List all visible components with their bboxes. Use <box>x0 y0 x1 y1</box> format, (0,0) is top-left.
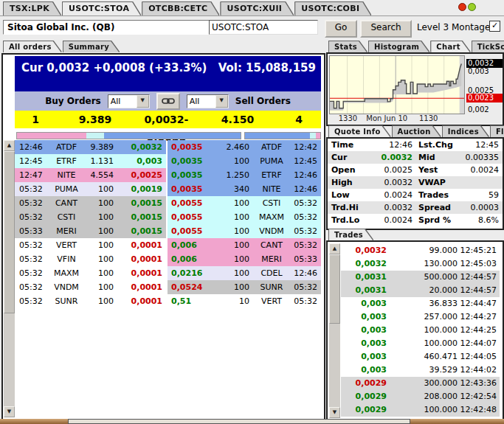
search-button[interactable]: Search <box>360 20 412 38</box>
chevron-down-icon[interactable]: ▼ <box>215 95 228 108</box>
quote-label: Lst.Chg <box>412 139 457 151</box>
bid-row[interactable]: 05:33MERI1000,0015 <box>15 224 166 238</box>
montage-tab-strip: All ordersSummary <box>4 41 119 52</box>
bid-row[interactable]: 12:46ATDF9.3890,0032 <box>15 140 166 154</box>
bid-row[interactable]: 05:32PUMA1000,0019 <box>15 182 166 196</box>
sell-orders-label: Sell Orders <box>235 96 291 106</box>
tab-label: TickScope <box>477 43 504 51</box>
red-status-dot[interactable] <box>458 3 466 11</box>
ask-time: 12:46 <box>288 168 321 182</box>
horizontal-scroll-thumb[interactable] <box>68 419 410 424</box>
ask-row[interactable]: 0,0055100MAXM05:32 <box>168 210 321 224</box>
go-button[interactable]: Go <box>325 20 357 38</box>
sell-filter-dropdown[interactable]: All ▼ <box>187 94 229 108</box>
green-status-dot[interactable] <box>468 3 476 11</box>
tab-usotc-cobi[interactable]: USOTC:COBI <box>295 2 370 15</box>
tab-summary[interactable]: Summary <box>63 41 119 52</box>
trade-row[interactable]: 0,003100.00012:44:07 <box>341 337 500 350</box>
chevron-down-icon[interactable]: ▼ <box>137 95 149 108</box>
trade-row[interactable]: 0,00336.83312:44:47 <box>341 297 500 310</box>
tab-chart[interactable]: Chart <box>431 41 469 52</box>
ask-row[interactable]: 0,00351.250ETRF12:46 <box>168 168 321 182</box>
bid-size: 9.389 <box>84 140 120 154</box>
trade-row[interactable]: 0,0029300.00012:43:36 <box>341 377 500 390</box>
bid-mm: CANT <box>49 196 84 210</box>
trade-row[interactable]: 0,00339.52912:44:02 <box>341 364 500 377</box>
tab-histogram[interactable]: Histogram <box>369 41 429 52</box>
trade-row[interactable]: 0,003460.47112:44:05 <box>341 350 500 364</box>
bid-row[interactable]: 05:32MAXM1000,0001 <box>15 266 166 280</box>
montage-scrollbar[interactable]: ▲ ▼ <box>4 140 15 417</box>
ask-row[interactable]: 0,0035100PUMA12:45 <box>168 154 321 168</box>
tab-tickscope[interactable]: TickScope <box>472 41 504 52</box>
scroll-down-icon[interactable]: ▼ <box>329 407 340 418</box>
montage-scroll-thumb[interactable] <box>4 151 15 313</box>
trade-time: 12:44:02 <box>458 364 500 377</box>
trade-row[interactable]: 0,0032130.00012:45:03 <box>341 257 500 271</box>
tab-usotc-stoa[interactable]: USOTC:STOA <box>63 2 140 15</box>
ask-row[interactable]: 0,0524100SUNR05:32 <box>168 280 321 294</box>
bid-price: 0,0019 <box>120 182 166 196</box>
tab-tsx-lpk[interactable]: TSX:LPK <box>4 2 61 15</box>
trade-row[interactable]: 0,0029100.00012:42:48 <box>341 403 500 417</box>
tab-auction[interactable]: Auction <box>393 126 441 137</box>
bid-size: 100 <box>84 280 120 294</box>
ask-row[interactable]: 0,006100CANT05:32 <box>168 238 321 252</box>
bid-size: 100 <box>84 224 120 238</box>
trade-row[interactable]: 0,003100.00012:44:25 <box>341 324 500 337</box>
bid-row[interactable]: 05:32VFIN1000,0001 <box>15 252 166 266</box>
link-sides-button[interactable] <box>156 93 180 110</box>
ask-row[interactable]: 0,0216100CDEL12:46 <box>168 266 321 280</box>
volume-text: Vol: 15,088,159 <box>218 61 316 74</box>
level3-montage-checkbox[interactable]: ✓ <box>489 21 500 32</box>
bid-size: 100 <box>84 238 120 252</box>
tab-all-orders[interactable]: All orders <box>4 41 61 52</box>
trade-row[interactable]: 0,003120.00012:44:57 <box>341 284 500 297</box>
trade-price: 0,0031 <box>341 284 387 297</box>
trade-row[interactable]: 0,0029208.00012:42:54 <box>341 390 500 403</box>
tab-stats[interactable]: Stats <box>329 41 367 52</box>
ask-row[interactable]: 0,0035340NITE12:46 <box>168 182 321 196</box>
trades-scroll-thumb[interactable] <box>329 254 340 324</box>
bid-price: 0,0015 <box>120 210 166 224</box>
tab-indices[interactable]: Indices <box>443 126 489 137</box>
depth-segment <box>17 133 86 139</box>
ask-row[interactable]: 0,0055100VNDM05:32 <box>168 224 321 238</box>
depth-bar-right <box>244 132 321 139</box>
bid-time: 12:46 <box>15 140 49 154</box>
trade-row[interactable]: 0,003257.00012:44:27 <box>341 310 500 324</box>
bid-row[interactable]: 05:32VNDM1000,0001 <box>15 280 166 294</box>
bid-row[interactable]: 05:32CANT1000,0015 <box>15 196 166 210</box>
trade-time: 12:42:48 <box>458 403 500 417</box>
scroll-down-icon[interactable]: ▼ <box>4 406 15 417</box>
scroll-up-icon[interactable]: ▲ <box>329 243 340 254</box>
scroll-up-icon[interactable]: ▲ <box>4 140 15 151</box>
ask-row[interactable]: 0,5110VERT05:32 <box>168 294 321 308</box>
bid-price: 0,0025 <box>120 168 166 182</box>
ask-mm: VNDM <box>255 224 288 238</box>
buy-filter-dropdown[interactable]: All ▼ <box>108 94 150 108</box>
symbol-input[interactable] <box>209 20 318 35</box>
tab-quote-info[interactable]: Quote Info <box>329 126 390 137</box>
ask-row[interactable]: 0,006100MERI05:33 <box>168 252 321 266</box>
y-tick-0-003: 0,003 <box>466 67 503 76</box>
bid-row[interactable]: 05:32SUNR1000,0001 <box>15 294 166 308</box>
ask-row[interactable]: 0,0055100CSTI05:32 <box>168 196 321 210</box>
tab-flow[interactable]: Flow <box>491 126 504 137</box>
bid-price: 0,0001 <box>120 280 166 294</box>
trade-price: 0,0032 <box>341 257 387 271</box>
trades-scrollbar[interactable]: ▲ ▼ <box>329 243 340 418</box>
quote-value: 0.00335 <box>457 151 499 164</box>
trade-row[interactable]: 0,0031500.00012:44:57 <box>341 271 500 284</box>
tab-trades[interactable]: Trades <box>329 229 373 240</box>
ask-row[interactable]: 0,00352.460ATDF12:42 <box>168 140 321 154</box>
tab-otcbb-cetc[interactable]: OTCBB:CETC <box>142 2 218 15</box>
bid-row[interactable]: 12:45ETRF1.1310,003 <box>15 154 166 168</box>
trade-row[interactable]: 0,003299.00012:45:21 <box>341 244 500 257</box>
bid-row[interactable]: 12:47NITE4.5540,0025 <box>15 168 166 182</box>
bid-size: 100 <box>84 294 120 308</box>
bid-row[interactable]: 05:32VERT1000,0001 <box>15 238 166 252</box>
bid-row[interactable]: 05:32CSTI1000,0015 <box>15 210 166 224</box>
tab-usotc-xuii[interactable]: USOTC:XUII <box>221 2 293 15</box>
horizontal-scrollbar[interactable] <box>0 419 504 424</box>
